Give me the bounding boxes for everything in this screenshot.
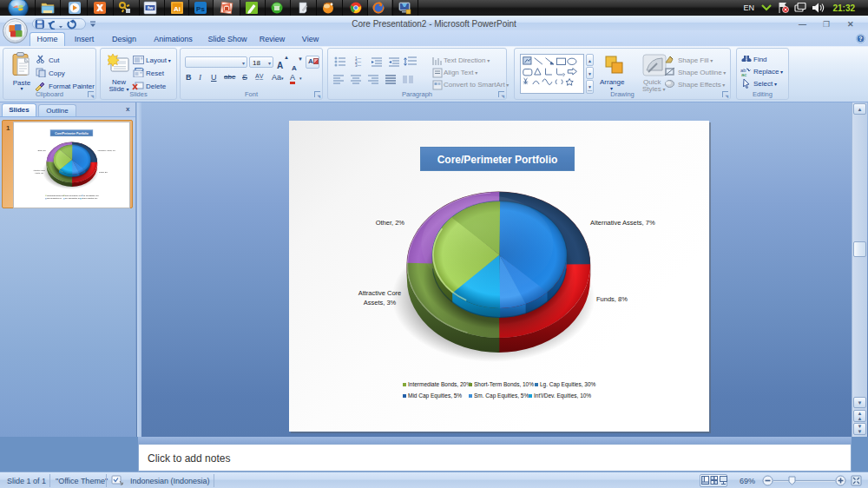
svg-text:3—: 3—: [355, 63, 362, 68]
svg-text:?: ?: [858, 36, 862, 42]
svg-text:fw: fw: [148, 5, 154, 10]
svg-text:Ps: Ps: [196, 5, 205, 13]
svg-text:ac: ac: [741, 72, 746, 76]
svg-text:Ai: Ai: [174, 5, 181, 13]
